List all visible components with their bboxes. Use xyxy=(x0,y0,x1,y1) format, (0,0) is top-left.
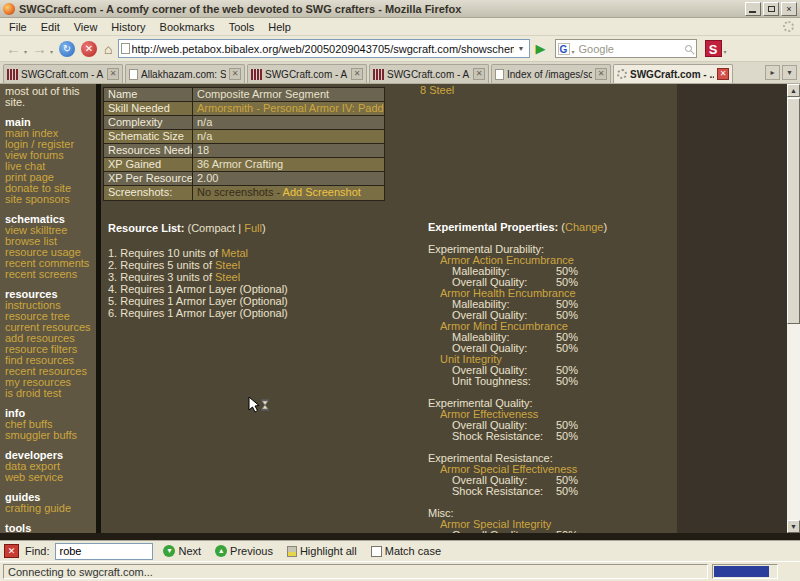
tab-close-icon[interactable]: ✕ xyxy=(107,68,119,80)
navigation-toolbar: ← ▾ → ▾ ↻ ✕ ⌂ ▼ ▶ G ▾ S ▾ xyxy=(0,36,800,62)
sidebar-link-crafting-guide[interactable]: crafting guide xyxy=(5,503,94,514)
experiment-group: Experimental Durability: Armor Action En… xyxy=(428,244,678,387)
close-button[interactable]: × xyxy=(781,2,797,16)
sidebar: most out of this site. main main index l… xyxy=(0,84,96,533)
page-favicon xyxy=(495,69,504,80)
schematic-info-table: Name Composite Armor Segment Skill Neede… xyxy=(103,87,385,201)
browser-window: SWGCraft.com - A comfy corner of the web… xyxy=(0,0,800,581)
table-row: Schematic Size n/a xyxy=(104,130,384,144)
forward-dropdown-icon[interactable]: ▾ xyxy=(50,48,53,55)
page-bottom-strip xyxy=(0,533,800,540)
status-bar: Connecting to swgcraft.com... xyxy=(0,561,800,581)
progress-bar xyxy=(712,564,778,579)
scroll-down-icon[interactable]: ▼ xyxy=(787,520,800,533)
sidebar-link-recent-screens[interactable]: recent screens xyxy=(5,269,94,280)
change-link[interactable]: Change xyxy=(565,221,604,233)
reload-button[interactable]: ↻ xyxy=(59,41,75,57)
resource-link-steel[interactable]: Steel xyxy=(215,259,240,271)
back-dropdown-icon[interactable]: ▾ xyxy=(24,48,27,55)
home-button[interactable]: ⌂ xyxy=(104,41,112,57)
resource-item: 1. Requires 10 units of Metal xyxy=(108,247,288,259)
menu-tools[interactable]: Tools xyxy=(222,19,262,35)
resource-item: 4. Requires 1 Armor Layer (Optional) xyxy=(108,283,288,295)
scroll-up-icon[interactable]: ▲ xyxy=(787,84,800,97)
swgcraft-favicon xyxy=(373,69,384,80)
add-screenshot-link[interactable]: Add Screenshot xyxy=(283,186,361,198)
sidebar-intro: most out of this site. xyxy=(5,86,94,108)
tab-4[interactable]: SWGCraft.com - A ... ✕ xyxy=(369,64,489,83)
experiment-group: Misc: Armor Special Integrity Overall Qu… xyxy=(428,508,678,533)
tab-close-icon[interactable]: ✕ xyxy=(229,68,241,80)
resource-item: 5. Requires 1 Armor Layer (Optional) xyxy=(108,295,288,307)
tab-bar: SWGCraft.com - A ... ✕ Allakhazam.com: S… xyxy=(0,62,800,84)
url-dropdown-icon[interactable]: ▼ xyxy=(516,45,527,52)
sidebar-link-sponsors[interactable]: site sponsors xyxy=(5,194,94,205)
page-favicon xyxy=(129,69,138,80)
tab-6-active[interactable]: SWGCraft.com - ... ✕ xyxy=(613,64,733,83)
menu-bookmarks[interactable]: Bookmarks xyxy=(153,19,222,35)
experimental-properties: Experimental Properties: (Change) Experi… xyxy=(428,222,678,533)
tab-close-icon[interactable]: ✕ xyxy=(473,68,485,80)
swgcraft-favicon xyxy=(7,69,18,80)
skill-needed-link[interactable]: Armorsmith - Personal Armor IV: Padded xyxy=(197,102,384,114)
table-row: Screenshots: No screenshots - Add Screen… xyxy=(104,186,384,200)
tab-close-icon[interactable]: ✕ xyxy=(351,68,363,80)
search-engine-icon[interactable]: G xyxy=(558,43,570,55)
sidebar-link-is-droid-test[interactable]: is droid test xyxy=(5,388,94,399)
mouse-cursor xyxy=(248,396,274,416)
url-input[interactable] xyxy=(132,43,514,55)
tab-1[interactable]: SWGCraft.com - A ... ✕ xyxy=(3,64,123,83)
table-row: Complexity n/a xyxy=(104,116,384,130)
scrollbar-thumb[interactable] xyxy=(787,98,800,324)
extension-dropdown-icon[interactable]: ▾ xyxy=(724,48,727,55)
find-previous-button[interactable]: ▲ Previous xyxy=(211,544,277,558)
match-case-checkbox[interactable]: Match case xyxy=(367,544,445,558)
search-input[interactable] xyxy=(579,43,683,55)
table-row: XP Per Resource 2.00 xyxy=(104,172,384,186)
sidebar-link-smuggler-buffs[interactable]: smuggler buffs xyxy=(5,430,94,441)
up-arrow-icon: ▲ xyxy=(215,545,227,557)
title-bar: SWGCraft.com - A comfy corner of the web… xyxy=(0,0,800,18)
restore-button[interactable] xyxy=(763,2,779,16)
experiment-group: Experimental Resistance: Armor Special E… xyxy=(428,453,678,497)
extension-s-icon[interactable]: S xyxy=(705,40,722,57)
highlighter-icon xyxy=(287,546,297,557)
back-button[interactable]: ← xyxy=(5,40,22,57)
resource-list-title: Resource List: xyxy=(108,222,184,234)
minimize-button[interactable] xyxy=(745,2,761,16)
stop-button[interactable]: ✕ xyxy=(81,41,97,57)
checkbox-icon xyxy=(371,546,382,557)
search-engine-dropdown-icon[interactable]: ▾ xyxy=(572,48,575,55)
table-row: Skill Needed Armorsmith - Personal Armor… xyxy=(104,102,384,116)
tab-close-icon[interactable]: ✕ xyxy=(595,68,607,80)
tab-scroll-icon[interactable]: ▸ xyxy=(765,65,780,80)
menu-help[interactable]: Help xyxy=(261,19,298,35)
status-text: Connecting to swgcraft.com... xyxy=(3,564,708,579)
resource-link-metal[interactable]: Metal xyxy=(221,247,248,259)
menu-edit[interactable]: Edit xyxy=(34,19,67,35)
tab-3[interactable]: SWGCraft.com - A ... ✕ xyxy=(247,64,367,83)
resource-item: 3. Requires 3 units of Steel xyxy=(108,271,288,283)
forward-button[interactable]: → xyxy=(31,40,48,57)
highlight-all-button[interactable]: Highlight all xyxy=(283,544,361,558)
find-next-button[interactable]: ▼ Next xyxy=(159,544,205,558)
menu-view[interactable]: View xyxy=(67,19,105,35)
find-close-icon[interactable]: ✕ xyxy=(4,544,19,558)
progress-fill xyxy=(714,566,769,577)
tab-5[interactable]: Index of /images/sc... ✕ xyxy=(491,64,611,83)
menu-file[interactable]: File xyxy=(2,19,34,35)
tab-2[interactable]: Allakhazam.com: St... ✕ xyxy=(125,64,245,83)
find-bar: ✕ Find: ▼ Next ▲ Previous Highlight all … xyxy=(0,540,800,561)
tab-close-icon[interactable]: ✕ xyxy=(717,68,729,80)
sidebar-link-web-service[interactable]: web service xyxy=(5,472,94,483)
vertical-scrollbar[interactable]: ▲ ▼ xyxy=(787,84,800,533)
go-button[interactable]: ▶ xyxy=(532,41,550,56)
search-icon[interactable] xyxy=(685,45,692,52)
tab-list-icon[interactable]: ▾ xyxy=(782,65,797,80)
menu-history[interactable]: History xyxy=(104,19,152,35)
window-title: SWGCraft.com - A comfy corner of the web… xyxy=(19,3,741,15)
compact-view-link[interactable]: Compact xyxy=(191,222,235,234)
full-view-link[interactable]: Full xyxy=(244,222,262,234)
resource-link-steel[interactable]: Steel xyxy=(215,271,240,283)
find-input[interactable] xyxy=(55,543,153,560)
